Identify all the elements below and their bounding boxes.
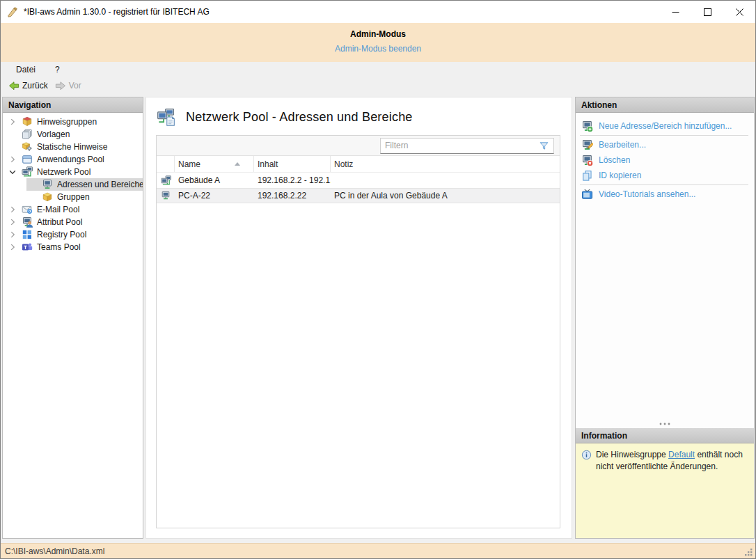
filter-strip [157, 136, 560, 156]
table-row[interactable]: PC-A-22 192.168.2.22 PC in der Aula von … [157, 188, 560, 203]
delete-link[interactable]: Löschen [576, 152, 754, 168]
templates-icon [22, 129, 33, 140]
sidebar-item-registry-pool[interactable]: Registry Pool [3, 228, 143, 241]
sidebar-item-hinweisgruppen[interactable]: Hinweisgruppen [3, 116, 143, 128]
header-notiz[interactable]: Notiz [331, 156, 560, 172]
chevron-right-icon[interactable] [7, 116, 18, 127]
back-button[interactable]: Zurück [5, 79, 52, 93]
video-tutorials-icon [581, 189, 593, 200]
teams-pool-icon [22, 242, 33, 253]
grip-dots-icon [659, 423, 670, 425]
chevron-right-icon[interactable] [7, 154, 18, 165]
workspace: Navigation Hinweisgruppen Vorlagen Stati… [1, 93, 755, 543]
filter-field [380, 138, 554, 154]
sidebar-item-gruppen[interactable]: Gruppen [26, 191, 143, 203]
page-title: Netzwerk Pool - Adressen und Bereiche [186, 110, 413, 125]
sort-ascending-icon [235, 162, 240, 166]
edit-link[interactable]: Bearbeiten... [576, 137, 754, 152]
main-content: Netzwerk Pool - Adressen und Bereiche [145, 97, 572, 539]
close-icon [736, 8, 743, 16]
close-button[interactable] [723, 1, 755, 23]
sidebar-item-teams-pool[interactable]: Teams Pool [3, 241, 143, 253]
back-arrow-icon [8, 80, 19, 91]
chevron-right-icon[interactable] [7, 229, 18, 240]
app-window: *IBI-aws Admin 1.30.0 - registriert für … [0, 0, 756, 559]
delete-icon [581, 155, 593, 166]
info-icon [581, 450, 592, 460]
app-icon [7, 6, 18, 17]
admin-mode-title: Admin-Modus [1, 29, 755, 39]
header-icon-col [157, 156, 175, 172]
window-title: *IBI-aws Admin 1.30.0 - registriert für … [24, 7, 659, 17]
table-header: Name Inhalt Notiz [157, 156, 560, 173]
separator [580, 135, 748, 136]
edit-icon [581, 139, 593, 151]
information-message: Die Hinweisgruppe Default enthält noch n… [576, 443, 754, 538]
actions-list: Neue Adresse/Bereich hinzufügen... Bearb… [576, 113, 754, 419]
navigation-tree: Hinweisgruppen Vorlagen Statische Hinwei… [3, 113, 143, 538]
addresses-icon [42, 179, 53, 190]
copy-id-link[interactable]: ID kopieren [576, 168, 754, 183]
address-table: Name Inhalt Notiz Gebäude A 192.168.2.2 … [157, 156, 560, 528]
header-name[interactable]: Name [175, 156, 254, 172]
sidebar-item-anwendungs-pool[interactable]: Anwendungs Pool [3, 153, 143, 166]
forward-button[interactable]: Vor [52, 79, 85, 93]
menu-bar: Datei ? [1, 62, 755, 77]
network-range-icon [157, 175, 175, 186]
address-list: Name Inhalt Notiz Gebäude A 192.168.2.2 … [156, 135, 560, 528]
application-pool-icon [22, 154, 33, 165]
static-notices-icon [22, 141, 33, 152]
chevron-down-icon[interactable] [7, 166, 18, 178]
resize-grip-icon[interactable] [744, 548, 753, 557]
chevron-right-icon[interactable] [7, 216, 18, 228]
filter-input[interactable] [381, 141, 539, 150]
menu-datei[interactable]: Datei [10, 63, 41, 76]
panel-splitter-grip[interactable] [576, 419, 754, 428]
minimize-button[interactable] [659, 1, 691, 23]
sidebar-item-attribut-pool[interactable]: Attribut Pool [3, 216, 143, 228]
navigation-panel-header: Navigation [3, 97, 143, 113]
sidebar-item-statische-hinweise[interactable]: Statische Hinweise [3, 141, 143, 153]
computer-icon [157, 191, 175, 200]
title-bar: *IBI-aws Admin 1.30.0 - registriert für … [1, 1, 755, 23]
chevron-right-icon[interactable] [7, 242, 18, 253]
maximize-button[interactable] [691, 1, 723, 23]
email-pool-icon [22, 204, 33, 215]
information-panel-header: Information [576, 428, 754, 443]
chevron-right-icon[interactable] [7, 204, 18, 215]
filter-funnel-icon[interactable] [539, 141, 549, 151]
navigation-panel: Navigation Hinweisgruppen Vorlagen Stati… [2, 97, 143, 539]
actions-panel-header: Aktionen [576, 97, 754, 113]
forward-arrow-icon [55, 80, 66, 91]
header-inhalt[interactable]: Inhalt [254, 156, 331, 172]
attribute-pool-icon [22, 216, 33, 228]
sidebar-item-email-pool[interactable]: E-Mail Pool [3, 203, 143, 216]
separator [580, 184, 748, 185]
admin-mode-banner: Admin-Modus Admin-Modus beenden [1, 23, 755, 62]
admin-mode-exit-link[interactable]: Admin-Modus beenden [335, 44, 421, 54]
sidebar-item-vorlagen[interactable]: Vorlagen [3, 128, 143, 141]
copy-id-icon [581, 170, 593, 182]
page-title-row: Netzwerk Pool - Adressen und Bereiche [146, 97, 572, 135]
sidebar-item-adressen-und-bereiche[interactable]: Adressen und Bereiche [26, 178, 143, 191]
data-file-path: C:\IBI-aws\Admin\Data.xml [5, 546, 744, 556]
status-bar: C:\IBI-aws\Admin\Data.xml [1, 543, 755, 558]
default-group-link[interactable]: Default [668, 450, 695, 459]
window-controls [659, 1, 755, 23]
add-address-link[interactable]: Neue Adresse/Bereich hinzufügen... [576, 118, 754, 134]
navigation-toolbar: Zurück Vor [1, 77, 755, 93]
minimize-icon [672, 8, 679, 16]
registry-pool-icon [22, 229, 33, 240]
sidebar-item-netzwerk-pool[interactable]: Netzwerk Pool [3, 166, 143, 178]
menu-help[interactable]: ? [49, 63, 65, 76]
notice-groups-icon [22, 116, 33, 127]
video-tutorials-link[interactable]: Video-Tutorials ansehen... [576, 187, 754, 202]
groups-icon [42, 191, 53, 203]
add-address-icon [581, 120, 593, 132]
network-pool-icon [22, 166, 33, 178]
network-pool-page-icon [157, 108, 175, 127]
right-panel: Aktionen Neue Adresse/Bereich hinzufügen… [575, 97, 755, 539]
table-row[interactable]: Gebäude A 192.168.2.2 - 192.1... [157, 173, 560, 188]
maximize-icon [704, 8, 711, 16]
